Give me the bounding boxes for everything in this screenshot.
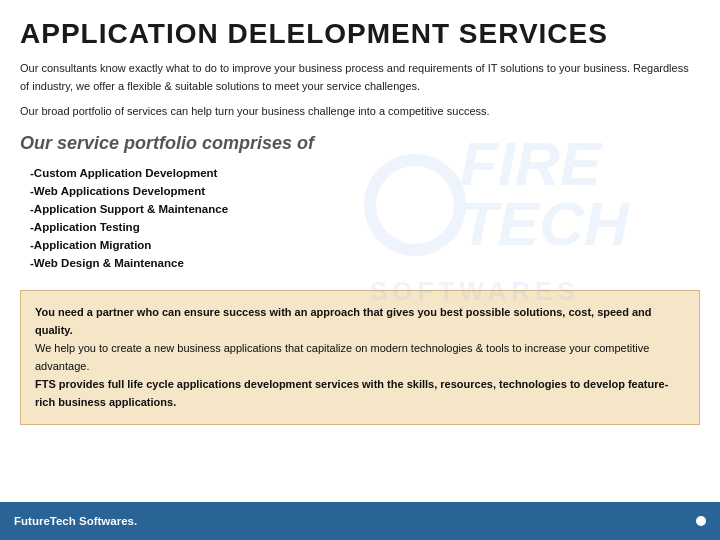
service-item: -Web Design & Maintenance xyxy=(30,254,700,272)
footer-dot xyxy=(696,516,706,526)
service-item: -Web Applications Development xyxy=(30,182,700,200)
content-area: Our consultants know exactly what to do … xyxy=(0,60,720,272)
highlight-line2: We help you to create a new business app… xyxy=(35,342,649,372)
page-title: APPLICATION DELELOPMENT SERVICES xyxy=(20,18,700,50)
highlight-line1: You need a partner who can ensure succes… xyxy=(35,306,652,336)
service-item: -Custom Application Development xyxy=(30,164,700,182)
service-item: -Application Support & Maintenance xyxy=(30,200,700,218)
intro-paragraph-1: Our consultants know exactly what to do … xyxy=(20,60,700,95)
page-wrapper: FIRE TECH SOFTWARES APPLICATION DELELOPM… xyxy=(0,0,720,540)
service-list: -Custom Application Development-Web Appl… xyxy=(20,164,700,272)
highlight-box: You need a partner who can ensure succes… xyxy=(20,290,700,425)
page-footer: FutureTech Softwares. xyxy=(0,502,720,540)
service-item: -Application Testing xyxy=(30,218,700,236)
highlight-line3: FTS provides full life cycle application… xyxy=(35,378,668,408)
portfolio-heading: Our service portfolio comprises of xyxy=(20,133,700,154)
intro-paragraph-2: Our broad portfolio of services can help… xyxy=(20,103,700,121)
page-header: APPLICATION DELELOPMENT SERVICES xyxy=(0,0,720,60)
footer-label: FutureTech Softwares. xyxy=(14,515,137,527)
service-item: -Application Migration xyxy=(30,236,700,254)
